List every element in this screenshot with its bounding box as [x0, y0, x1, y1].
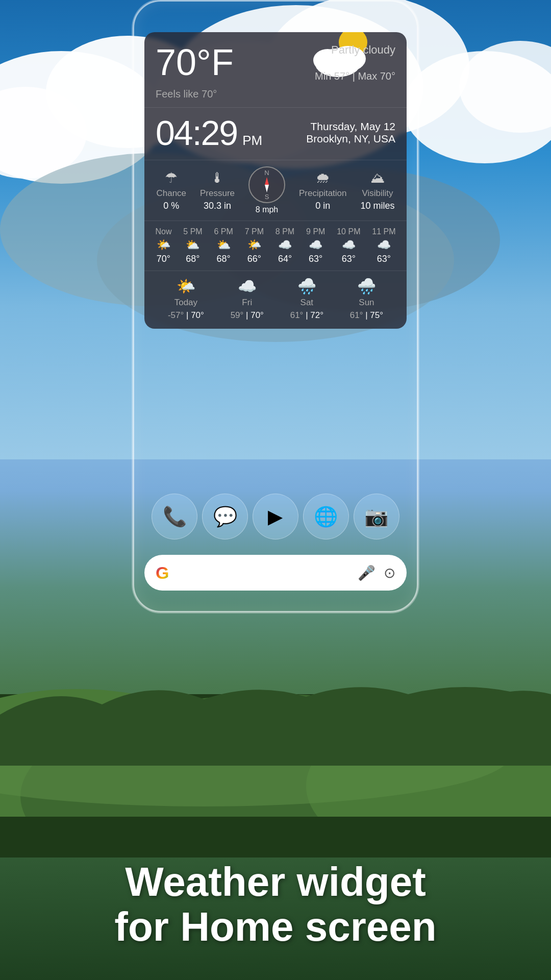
- visibility-value: 10 miles: [360, 201, 394, 211]
- day-temps: 61° | 72°: [290, 310, 323, 321]
- precip-value: 0 in: [315, 201, 330, 211]
- svg-rect-12: [0, 694, 551, 857]
- hour-item: 11 PM ☁️ 63°: [372, 227, 395, 264]
- day-label: Today: [174, 298, 197, 308]
- hourly-section: Now 🌤️ 70° 5 PM ⛅ 68° 6 PM ⛅ 68° 7 PM 🌤️…: [144, 220, 407, 271]
- hour-item: 5 PM ⛅ 68°: [183, 227, 202, 264]
- hour-temp: 68°: [217, 254, 231, 264]
- hourly-row: Now 🌤️ 70° 5 PM ⛅ 68° 6 PM ⛅ 68° 7 PM 🌤️…: [149, 227, 402, 264]
- time-ampm: PM: [242, 133, 262, 149]
- dock-icon-phone[interactable]: 📞: [152, 494, 197, 540]
- day-item: 🌤️ Today -57° | 70°: [168, 277, 204, 321]
- svg-point-14: [20, 694, 531, 857]
- hour-temp: 63°: [377, 254, 391, 264]
- play-store-icon: ▶: [268, 505, 283, 528]
- thermometer-icon: 🌡: [210, 169, 224, 186]
- dock-icon-play-store[interactable]: ▶: [253, 494, 298, 540]
- widget-top-section: 70°F Partly cloudy Min 57° | Max 70°: [144, 32, 407, 88]
- day-icon: ☁️: [238, 277, 257, 295]
- tagline: Weather widget for Home screen: [0, 860, 551, 949]
- weather-widget[interactable]: 70°F Partly cloudy Min 57° | Max 70°: [144, 32, 407, 329]
- feels-like-row: Feels like 70°: [144, 88, 407, 107]
- svg-point-13: [0, 689, 255, 857]
- compass: N S: [248, 166, 285, 203]
- umbrella-icon: ☂: [165, 169, 178, 186]
- day-item: 🌧️ Sun 61° | 75°: [350, 277, 383, 321]
- daily-section: 🌤️ Today -57° | 70° ☁️ Fri 59° | 70° 🌧️ …: [144, 271, 407, 329]
- compass-south: S: [265, 193, 269, 201]
- chrome-icon: 🌐: [314, 505, 338, 528]
- google-search-bar[interactable]: G 🎤 ⊙: [144, 555, 407, 591]
- compass-needle: [265, 177, 269, 192]
- hour-temp: 64°: [278, 254, 292, 264]
- rain-icon: 🌧: [316, 169, 330, 186]
- spacer: [134, 339, 417, 478]
- day-icon: 🌤️: [177, 277, 195, 295]
- day-label: Fri: [242, 298, 252, 308]
- hour-item: 7 PM 🌤️ 66°: [245, 227, 264, 264]
- stat-visibility: ⛰ Visibility 10 miles: [360, 169, 394, 211]
- hour-icon: 🌤️: [247, 238, 261, 252]
- day-temps: 59° | 70°: [231, 310, 264, 321]
- svg-point-15: [306, 699, 551, 857]
- lens-icon[interactable]: ⊙: [384, 565, 395, 581]
- svg-point-7: [403, 51, 551, 163]
- dock-icon-camera[interactable]: 📷: [354, 494, 399, 540]
- svg-point-17: [0, 704, 510, 806]
- mic-icon[interactable]: 🎤: [358, 565, 375, 581]
- wind-value: 8 mph: [256, 205, 278, 214]
- google-logo: G: [156, 563, 169, 583]
- time-section: 04:29 PM Thursday, May 12 Brooklyn, NY, …: [144, 107, 407, 160]
- svg-rect-16: [0, 817, 551, 857]
- stat-precipitation: 🌧 Precipitation 0 in: [299, 169, 347, 211]
- hour-icon: 🌤️: [157, 238, 170, 252]
- phone-frame: 70°F Partly cloudy Min 57° | Max 70°: [133, 0, 418, 612]
- hour-label: 10 PM: [337, 227, 360, 236]
- hour-label: 9 PM: [306, 227, 325, 236]
- hour-icon: ☁️: [377, 238, 391, 252]
- stat-pressure: 🌡 Pressure 30.3 in: [200, 169, 235, 211]
- chance-value: 0 %: [163, 201, 179, 211]
- hour-temp: 63°: [342, 254, 356, 264]
- tagline-line1: Weather widget: [41, 860, 510, 904]
- hour-temp: 63°: [309, 254, 322, 264]
- dock-icon-chrome[interactable]: 🌐: [303, 494, 349, 540]
- pressure-value: 30.3 in: [204, 201, 231, 211]
- app-dock: 📞💬▶🌐📷: [134, 478, 417, 555]
- hour-label: Now: [155, 227, 171, 236]
- hour-icon: ☁️: [342, 238, 356, 252]
- hour-temp: 68°: [186, 254, 199, 264]
- hour-item: 9 PM ☁️ 63°: [306, 227, 325, 264]
- svg-point-8: [459, 41, 551, 133]
- tagline-line2: for Home screen: [41, 904, 510, 949]
- hour-icon: ☁️: [278, 238, 292, 252]
- svg-point-3: [0, 87, 87, 179]
- day-temps: -57° | 70°: [168, 310, 204, 321]
- location-line: Brooklyn, NY, USA: [306, 133, 395, 145]
- stat-wind: N S 8 mph: [248, 166, 285, 214]
- day-icon: 🌧️: [297, 277, 316, 295]
- visibility-icon: ⛰: [370, 169, 385, 186]
- search-icon-group: 🎤 ⊙: [358, 565, 395, 581]
- hour-item: Now 🌤️ 70°: [155, 227, 171, 264]
- minmax-row: Min 57° | Max 70°: [315, 70, 395, 82]
- hour-temp: 70°: [157, 254, 170, 264]
- camera-icon: 📷: [364, 505, 388, 528]
- hour-icon: ☁️: [309, 238, 322, 252]
- hour-label: 8 PM: [276, 227, 294, 236]
- current-temperature: 70°F: [156, 44, 234, 81]
- phone-icon: 📞: [163, 505, 187, 528]
- feels-like-text: Feels like 70°: [156, 88, 217, 100]
- precip-label: Precipitation: [299, 188, 347, 199]
- hour-label: 11 PM: [372, 227, 395, 236]
- hour-label: 5 PM: [183, 227, 202, 236]
- day-icon: 🌧️: [357, 277, 376, 295]
- date-location: Thursday, May 12 Brooklyn, NY, USA: [306, 120, 395, 145]
- condition-text: Partly cloudy: [331, 43, 395, 57]
- hour-icon: ⛅: [217, 238, 231, 252]
- time-display: 04:29 PM: [156, 113, 262, 153]
- compass-north: N: [264, 169, 269, 177]
- min-temp: Min 57°: [315, 70, 349, 82]
- dock-icon-messages[interactable]: 💬: [202, 494, 248, 540]
- phone-screen: 70°F Partly cloudy Min 57° | Max 70°: [134, 2, 417, 611]
